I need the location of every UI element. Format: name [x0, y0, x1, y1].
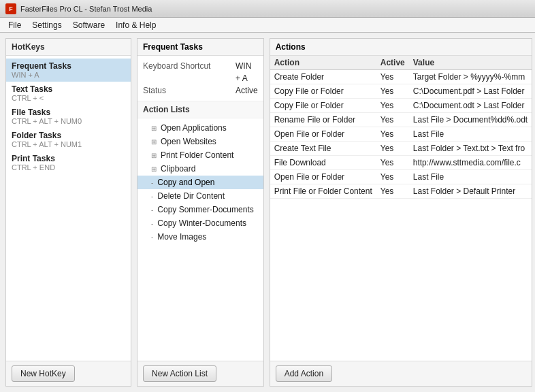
action-cell: Open File or Folder — [270, 127, 376, 142]
hotkey-item[interactable]: File Tasks CTRL + ALT + NUM0 — [6, 105, 131, 128]
table-row[interactable]: Copy File or Folder Yes C:\Document.pdf … — [270, 84, 532, 99]
tree-expand-icon: ⊞ — [151, 152, 157, 159]
menu-software[interactable]: Software — [67, 18, 110, 32]
new-action-list-button[interactable]: New Action List — [143, 365, 216, 382]
action-list-item[interactable]: -Delete Dir Content — [137, 189, 263, 203]
tree-leaf-icon: - — [151, 193, 153, 200]
tree-leaf-icon: - — [151, 233, 153, 241]
active-cell: Yes — [376, 70, 409, 84]
action-list-item[interactable]: ⊞Open Websites — [137, 135, 263, 148]
table-row[interactable]: Open File or Folder Yes Last File — [270, 127, 532, 142]
action-cell: Copy File or Folder — [270, 84, 376, 99]
action-lists-header: Action Lists — [137, 101, 263, 118]
action-cell: Create Text File — [270, 142, 376, 156]
action-list-item[interactable]: -Copy Sommer-Documents — [137, 203, 263, 216]
value-cell: http://www.sttmedia.com/file.c — [409, 156, 532, 170]
hotkey-item[interactable]: Folder Tasks CTRL + ALT + NUM1 — [6, 128, 131, 151]
menu-bar: File Settings Software Info & Help — [0, 18, 535, 33]
active-cell: Yes — [376, 156, 409, 170]
hotkey-name: Print Tasks — [12, 154, 125, 163]
new-hotkey-button[interactable]: New HotKey — [12, 365, 75, 382]
actions-header: Actions — [270, 39, 532, 56]
active-cell: Yes — [376, 84, 409, 99]
title-text: FasterFiles Pro CL - Stefan Trost Media — [20, 5, 152, 13]
hotkey-shortcut: WIN + A — [12, 71, 125, 79]
actions-panel: Actions Action Active Value Create Folde… — [270, 38, 533, 387]
tree-expand-icon: ⊞ — [151, 165, 157, 173]
active-cell: Yes — [376, 99, 409, 113]
hotkey-name: Folder Tasks — [12, 131, 125, 140]
title-bar: F FasterFiles Pro CL - Stefan Trost Medi… — [0, 0, 535, 18]
actions-data-table: Action Active Value Create Folder Yes Ta… — [270, 56, 532, 199]
app-icon: F — [5, 3, 16, 14]
hotkey-shortcut: CTRL + END — [12, 163, 125, 172]
tasks-footer: New Action List — [137, 361, 263, 386]
hotkey-shortcut: CTRL + ALT + NUM0 — [12, 117, 125, 125]
action-cell: Open File or Folder — [270, 170, 376, 184]
action-cell: Rename File or Folder — [270, 113, 376, 127]
action-cell: Create Folder — [270, 70, 376, 84]
value-cell: Target Folder > %yyyy%-%mm — [409, 70, 532, 84]
add-action-button[interactable]: Add Action — [276, 365, 332, 382]
action-list-label: Copy Sommer-Documents — [157, 205, 253, 214]
col-action: Action — [270, 56, 376, 70]
hotkey-shortcut: CTRL + ALT + NUM1 — [12, 140, 125, 148]
table-row[interactable]: File Download Yes http://www.sttmedia.co… — [270, 156, 532, 170]
hotkey-item[interactable]: Text Tasks CTRL + < — [6, 82, 131, 105]
hotkey-name: File Tasks — [12, 108, 125, 117]
action-list-item[interactable]: -Copy and Open — [137, 176, 263, 189]
tree-leaf-icon: - — [151, 179, 153, 186]
menu-file[interactable]: File — [3, 18, 27, 32]
hotkey-name: Frequent Tasks — [12, 61, 125, 71]
action-cell: File Download — [270, 156, 376, 170]
hotkey-item[interactable]: Print Tasks CTRL + END — [6, 151, 131, 174]
action-list-item[interactable]: ⊞Print Folder Content — [137, 148, 263, 162]
tree-leaf-icon: - — [151, 220, 153, 227]
tasks-panel-title: Frequent Tasks — [143, 42, 203, 52]
hotkeys-footer: New HotKey — [6, 361, 131, 386]
tasks-panel: Frequent Tasks Keyboard Shortcut WIN + A… — [137, 38, 264, 387]
hotkey-name: Text Tasks — [12, 84, 125, 94]
actions-table: Action Active Value Create Folder Yes Ta… — [270, 56, 532, 361]
hotkeys-header: HotKeys — [6, 39, 131, 56]
hotkeys-list: Frequent Tasks WIN + AText Tasks CTRL + … — [6, 56, 131, 361]
table-row[interactable]: Copy File or Folder Yes C:\Document.odt … — [270, 99, 532, 113]
action-lists: ⊞Open Applications⊞Open Websites⊞Print F… — [137, 118, 263, 361]
tree-expand-icon: ⊞ — [151, 138, 157, 146]
action-list-label: Open Websites — [161, 137, 216, 146]
value-cell: Last Folder > Text.txt > Text fro — [409, 142, 532, 156]
meta-row-status: Status Active — [143, 84, 258, 97]
menu-settings[interactable]: Settings — [27, 18, 67, 32]
action-cell: Print File or Folder Content — [270, 184, 376, 199]
action-list-item[interactable]: ⊞Clipboard — [137, 162, 263, 176]
keyboard-shortcut-value: WIN + A — [236, 60, 258, 84]
action-list-item[interactable]: -Move Images — [137, 230, 263, 244]
table-row[interactable]: Rename File or Folder Yes Last File > Do… — [270, 113, 532, 127]
hotkey-item[interactable]: Frequent Tasks WIN + A — [6, 59, 131, 82]
action-list-label: Delete Dir Content — [157, 191, 225, 201]
value-cell: Last Folder > Default Printer — [409, 184, 532, 199]
col-value: Value — [409, 56, 532, 70]
value-cell: Last File — [409, 127, 532, 142]
active-cell: Yes — [376, 142, 409, 156]
active-cell: Yes — [376, 127, 409, 142]
tasks-header: Frequent Tasks — [137, 39, 263, 56]
value-cell: C:\Document.pdf > Last Folder — [409, 84, 532, 99]
action-cell: Copy File or Folder — [270, 99, 376, 113]
action-list-label: Copy Winter-Documents — [157, 218, 246, 228]
meta-row-shortcut: Keyboard Shortcut WIN + A — [143, 60, 258, 84]
action-list-item[interactable]: -Copy Winter-Documents — [137, 216, 263, 230]
table-row[interactable]: Create Text File Yes Last Folder > Text.… — [270, 142, 532, 156]
table-row[interactable]: Open File or Folder Yes Last File — [270, 170, 532, 184]
keyboard-shortcut-label: Keyboard Shortcut — [143, 60, 225, 84]
action-list-label: Clipboard — [161, 164, 195, 174]
action-list-label: Move Images — [157, 232, 206, 242]
table-row[interactable]: Create Folder Yes Target Folder > %yyyy%… — [270, 70, 532, 84]
hotkey-shortcut: CTRL + < — [12, 94, 125, 102]
table-row[interactable]: Print File or Folder Content Yes Last Fo… — [270, 184, 532, 199]
action-list-item[interactable]: ⊞Open Applications — [137, 121, 263, 135]
status-value: Active — [236, 84, 258, 97]
action-list-label: Copy and Open — [157, 178, 214, 187]
menu-info-help[interactable]: Info & Help — [110, 18, 161, 32]
value-cell: Last File > Document%dd%.odt — [409, 113, 532, 127]
